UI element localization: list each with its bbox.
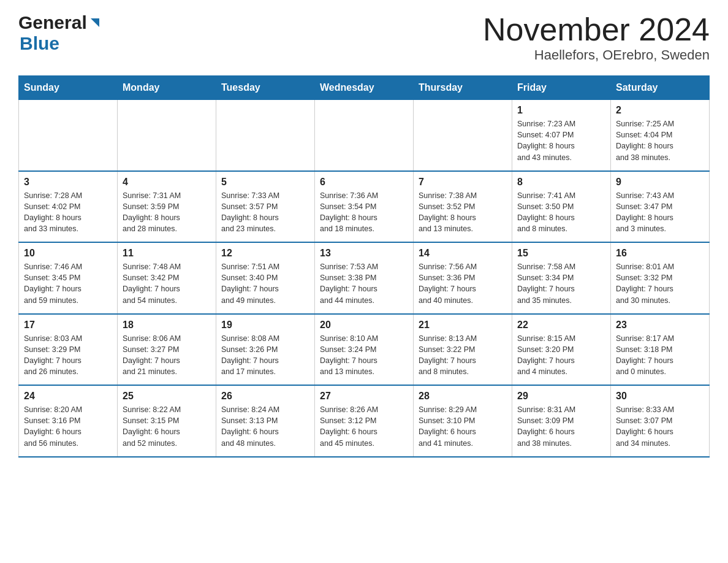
calendar-table: SundayMondayTuesdayWednesdayThursdayFrid… [18, 75, 710, 458]
calendar-cell: 15Sunrise: 7:58 AM Sunset: 3:34 PM Dayli… [512, 242, 611, 314]
day-info: Sunrise: 8:10 AM Sunset: 3:24 PM Dayligh… [320, 333, 408, 378]
calendar-cell [216, 100, 315, 171]
day-info: Sunrise: 7:46 AM Sunset: 3:45 PM Dayligh… [24, 261, 112, 306]
day-info: Sunrise: 7:31 AM Sunset: 3:59 PM Dayligh… [123, 190, 211, 235]
calendar-cell: 25Sunrise: 8:22 AM Sunset: 3:15 PM Dayli… [118, 385, 216, 457]
day-info: Sunrise: 7:36 AM Sunset: 3:54 PM Dayligh… [320, 190, 408, 235]
calendar-header-row: SundayMondayTuesdayWednesdayThursdayFrid… [19, 76, 710, 100]
day-info: Sunrise: 8:33 AM Sunset: 3:07 PM Dayligh… [616, 404, 704, 449]
day-info: Sunrise: 7:53 AM Sunset: 3:38 PM Dayligh… [320, 261, 408, 306]
day-number: 1 [517, 105, 605, 116]
calendar-cell: 24Sunrise: 8:20 AM Sunset: 3:16 PM Dayli… [19, 385, 118, 457]
weekday-header: Monday [118, 76, 216, 100]
calendar-cell: 17Sunrise: 8:03 AM Sunset: 3:29 PM Dayli… [19, 314, 118, 386]
day-number: 30 [616, 391, 704, 402]
calendar-cell: 4Sunrise: 7:31 AM Sunset: 3:59 PM Daylig… [118, 171, 216, 243]
calendar-cell: 9Sunrise: 7:43 AM Sunset: 3:47 PM Daylig… [611, 171, 710, 243]
calendar-cell: 10Sunrise: 7:46 AM Sunset: 3:45 PM Dayli… [19, 242, 118, 314]
calendar-cell: 3Sunrise: 7:28 AM Sunset: 4:02 PM Daylig… [19, 171, 118, 243]
day-number: 18 [123, 320, 211, 331]
calendar-cell [19, 100, 118, 171]
day-info: Sunrise: 7:41 AM Sunset: 3:50 PM Dayligh… [517, 190, 605, 235]
weekday-header: Thursday [414, 76, 512, 100]
weekday-header: Saturday [611, 76, 710, 100]
day-number: 26 [221, 391, 309, 402]
calendar-cell: 26Sunrise: 8:24 AM Sunset: 3:13 PM Dayli… [216, 385, 315, 457]
calendar-cell: 29Sunrise: 8:31 AM Sunset: 3:09 PM Dayli… [512, 385, 611, 457]
calendar-cell [414, 100, 512, 171]
month-title: November 2024 [483, 12, 710, 47]
logo: General Blue [18, 12, 102, 54]
day-number: 20 [320, 320, 408, 331]
day-number: 29 [517, 391, 605, 402]
calendar-week-row: 10Sunrise: 7:46 AM Sunset: 3:45 PM Dayli… [19, 242, 710, 314]
weekday-header: Friday [512, 76, 611, 100]
day-number: 17 [24, 320, 112, 331]
day-number: 22 [517, 320, 605, 331]
svg-marker-0 [91, 18, 99, 27]
day-info: Sunrise: 7:38 AM Sunset: 3:52 PM Dayligh… [419, 190, 507, 235]
weekday-header: Sunday [19, 76, 118, 100]
day-info: Sunrise: 7:58 AM Sunset: 3:34 PM Dayligh… [517, 261, 605, 306]
day-number: 9 [616, 177, 704, 188]
day-number: 10 [24, 248, 112, 259]
calendar-week-row: 1Sunrise: 7:23 AM Sunset: 4:07 PM Daylig… [19, 100, 710, 171]
day-info: Sunrise: 8:13 AM Sunset: 3:22 PM Dayligh… [419, 333, 507, 378]
weekday-header: Tuesday [216, 76, 315, 100]
calendar-cell: 12Sunrise: 7:51 AM Sunset: 3:40 PM Dayli… [216, 242, 315, 314]
calendar-week-row: 17Sunrise: 8:03 AM Sunset: 3:29 PM Dayli… [19, 314, 710, 386]
page-header: General Blue November 2024 Haellefors, O… [18, 12, 710, 63]
calendar-cell: 14Sunrise: 7:56 AM Sunset: 3:36 PM Dayli… [414, 242, 512, 314]
day-number: 6 [320, 177, 408, 188]
day-number: 23 [616, 320, 704, 331]
day-info: Sunrise: 7:28 AM Sunset: 4:02 PM Dayligh… [24, 190, 112, 235]
day-number: 7 [419, 177, 507, 188]
day-info: Sunrise: 8:17 AM Sunset: 3:18 PM Dayligh… [616, 333, 704, 378]
calendar-cell: 1Sunrise: 7:23 AM Sunset: 4:07 PM Daylig… [512, 100, 611, 171]
weekday-header: Wednesday [315, 76, 414, 100]
calendar-cell: 16Sunrise: 8:01 AM Sunset: 3:32 PM Dayli… [611, 242, 710, 314]
calendar-cell: 18Sunrise: 8:06 AM Sunset: 3:27 PM Dayli… [118, 314, 216, 386]
day-number: 11 [123, 248, 211, 259]
day-info: Sunrise: 8:15 AM Sunset: 3:20 PM Dayligh… [517, 333, 605, 378]
calendar-cell: 8Sunrise: 7:41 AM Sunset: 3:50 PM Daylig… [512, 171, 611, 243]
logo-blue-text: Blue [20, 33, 59, 53]
calendar-cell: 27Sunrise: 8:26 AM Sunset: 3:12 PM Dayli… [315, 385, 414, 457]
day-info: Sunrise: 7:56 AM Sunset: 3:36 PM Dayligh… [419, 261, 507, 306]
day-info: Sunrise: 7:23 AM Sunset: 4:07 PM Dayligh… [517, 118, 605, 163]
calendar-cell: 30Sunrise: 8:33 AM Sunset: 3:07 PM Dayli… [611, 385, 710, 457]
day-info: Sunrise: 7:51 AM Sunset: 3:40 PM Dayligh… [221, 261, 309, 306]
day-info: Sunrise: 8:29 AM Sunset: 3:10 PM Dayligh… [419, 404, 507, 449]
day-number: 5 [221, 177, 309, 188]
day-number: 2 [616, 105, 704, 116]
calendar-cell: 7Sunrise: 7:38 AM Sunset: 3:52 PM Daylig… [414, 171, 512, 243]
day-number: 19 [221, 320, 309, 331]
day-number: 4 [123, 177, 211, 188]
day-info: Sunrise: 7:43 AM Sunset: 3:47 PM Dayligh… [616, 190, 704, 235]
calendar-cell: 2Sunrise: 7:25 AM Sunset: 4:04 PM Daylig… [611, 100, 710, 171]
day-number: 8 [517, 177, 605, 188]
day-info: Sunrise: 7:48 AM Sunset: 3:42 PM Dayligh… [123, 261, 211, 306]
day-number: 28 [419, 391, 507, 402]
calendar-week-row: 3Sunrise: 7:28 AM Sunset: 4:02 PM Daylig… [19, 171, 710, 243]
day-number: 12 [221, 248, 309, 259]
title-area: November 2024 Haellefors, OErebro, Swede… [483, 12, 710, 63]
day-number: 21 [419, 320, 507, 331]
day-info: Sunrise: 8:20 AM Sunset: 3:16 PM Dayligh… [24, 404, 112, 449]
calendar-week-row: 24Sunrise: 8:20 AM Sunset: 3:16 PM Dayli… [19, 385, 710, 457]
calendar-cell: 20Sunrise: 8:10 AM Sunset: 3:24 PM Dayli… [315, 314, 414, 386]
location: Haellefors, OErebro, Sweden [483, 47, 710, 63]
calendar-cell: 22Sunrise: 8:15 AM Sunset: 3:20 PM Dayli… [512, 314, 611, 386]
logo-triangle-icon [88, 16, 102, 29]
day-info: Sunrise: 8:08 AM Sunset: 3:26 PM Dayligh… [221, 333, 309, 378]
day-info: Sunrise: 8:22 AM Sunset: 3:15 PM Dayligh… [123, 404, 211, 449]
calendar-cell: 23Sunrise: 8:17 AM Sunset: 3:18 PM Dayli… [611, 314, 710, 386]
day-number: 15 [517, 248, 605, 259]
calendar-cell: 11Sunrise: 7:48 AM Sunset: 3:42 PM Dayli… [118, 242, 216, 314]
day-number: 27 [320, 391, 408, 402]
day-info: Sunrise: 7:25 AM Sunset: 4:04 PM Dayligh… [616, 118, 704, 163]
calendar-cell: 13Sunrise: 7:53 AM Sunset: 3:38 PM Dayli… [315, 242, 414, 314]
day-info: Sunrise: 8:26 AM Sunset: 3:12 PM Dayligh… [320, 404, 408, 449]
calendar-cell: 28Sunrise: 8:29 AM Sunset: 3:10 PM Dayli… [414, 385, 512, 457]
day-number: 3 [24, 177, 112, 188]
